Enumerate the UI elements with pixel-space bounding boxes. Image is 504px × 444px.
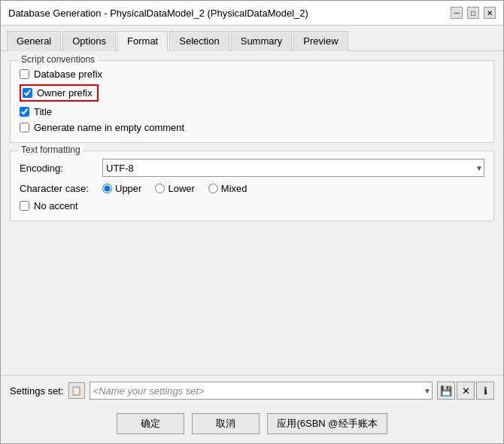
- owner-prefix-row: Owner prefix: [20, 84, 484, 102]
- title-bar: Database Generation - PhysicalDataModel_…: [1, 1, 503, 26]
- database-prefix-checkbox[interactable]: [20, 69, 29, 79]
- no-accent-label: No accent: [34, 200, 78, 211]
- database-prefix-row: Database prefix: [20, 68, 484, 80]
- owner-prefix-label: Owner prefix: [37, 87, 93, 99]
- title-row: Title: [20, 106, 484, 117]
- upper-radio[interactable]: [102, 184, 112, 193]
- encoding-label: Encoding:: [20, 163, 102, 174]
- encoding-row: Encoding: UTF-8 UTF-16 ASCII ISO-8859-1 …: [20, 159, 484, 177]
- apply-label: 应用(6SBN @经手账本: [277, 417, 377, 430]
- owner-prefix-highlight: Owner prefix: [20, 84, 99, 102]
- close-button[interactable]: ✕: [484, 7, 496, 19]
- no-accent-checkbox[interactable]: [20, 201, 29, 211]
- tab-general[interactable]: General: [7, 31, 61, 51]
- title-label: Title: [34, 106, 52, 117]
- window-title: Database Generation - PhysicalDataModel_…: [8, 8, 308, 19]
- encoding-select[interactable]: UTF-8 UTF-16 ASCII ISO-8859-1: [102, 159, 484, 177]
- tab-format[interactable]: Format: [117, 31, 168, 51]
- window-controls: ─ □ ✕: [451, 7, 496, 19]
- delete-settings-button[interactable]: ✕: [457, 382, 475, 400]
- settings-icon: 📋: [68, 382, 85, 399]
- title-checkbox[interactable]: [20, 107, 29, 117]
- mixed-radio-row: Mixed: [208, 183, 247, 194]
- mixed-radio[interactable]: [208, 184, 218, 193]
- mixed-label: Mixed: [221, 183, 247, 194]
- char-case-label: Character case:: [20, 183, 102, 194]
- encoding-select-wrapper: UTF-8 UTF-16 ASCII ISO-8859-1 ▼: [102, 159, 484, 177]
- generate-name-label: Generate name in empty comment: [34, 122, 184, 133]
- settings-label: Settings set:: [10, 385, 64, 397]
- info-settings-button[interactable]: ℹ: [476, 382, 494, 400]
- action-buttons-bar: 确定 取消 应用(6SBN @经手账本: [1, 406, 503, 443]
- settings-bar: Settings set: 📋 <Name your settings set>…: [1, 375, 503, 406]
- char-case-row: Character case: Upper Lower Mixed: [20, 183, 484, 194]
- lower-radio-row: Lower: [155, 183, 194, 194]
- upper-radio-row: Upper: [102, 183, 141, 194]
- ok-button[interactable]: 确定: [117, 413, 184, 434]
- script-conventions-group: Script conventions Database prefix Owner…: [10, 60, 494, 143]
- lower-radio[interactable]: [155, 184, 165, 193]
- text-formatting-group: Text formatting Encoding: UTF-8 UTF-16 A…: [10, 151, 494, 221]
- settings-action-icons: 💾 ✕ ℹ: [437, 382, 494, 400]
- tab-selection[interactable]: Selection: [169, 31, 229, 51]
- apply-button[interactable]: 应用(6SBN @经手账本: [267, 413, 387, 434]
- tab-preview[interactable]: Preview: [293, 31, 348, 51]
- no-accent-row: No accent: [20, 200, 484, 211]
- generate-name-row: Generate name in empty comment: [20, 122, 484, 133]
- main-window: Database Generation - PhysicalDataModel_…: [0, 0, 504, 444]
- owner-prefix-checkbox[interactable]: [23, 88, 32, 98]
- lower-label: Lower: [168, 183, 194, 194]
- tab-options[interactable]: Options: [62, 31, 116, 51]
- tab-summary[interactable]: Summary: [231, 31, 293, 51]
- main-content: Script conventions Database prefix Owner…: [1, 51, 503, 375]
- cancel-button[interactable]: 取消: [192, 413, 260, 434]
- script-conventions-label: Script conventions: [18, 54, 98, 65]
- database-prefix-label: Database prefix: [34, 68, 102, 80]
- tab-bar: General Options Format Selection Summary…: [1, 26, 503, 51]
- char-case-radio-group: Upper Lower Mixed: [102, 183, 247, 194]
- text-formatting-label: Text formatting: [18, 144, 83, 155]
- settings-row: Settings set: 📋 <Name your settings set>…: [10, 382, 494, 400]
- settings-select[interactable]: <Name your settings set>: [90, 382, 433, 400]
- save-settings-button[interactable]: 💾: [437, 382, 455, 400]
- upper-label: Upper: [115, 183, 141, 194]
- maximize-button[interactable]: □: [467, 7, 479, 19]
- minimize-button[interactable]: ─: [451, 7, 463, 19]
- generate-name-checkbox[interactable]: [20, 123, 29, 132]
- settings-select-wrapper: <Name your settings set> ▼: [90, 382, 433, 400]
